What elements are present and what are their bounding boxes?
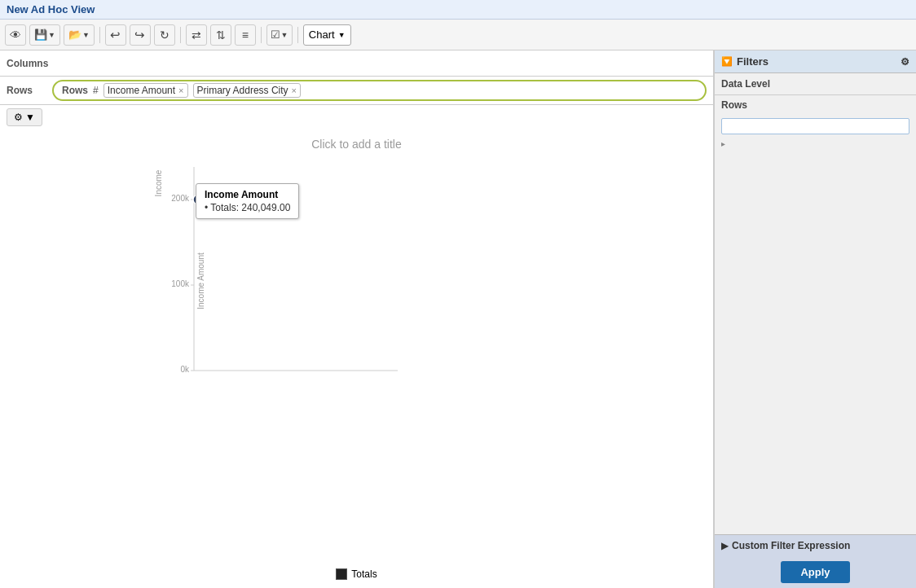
separator-2	[180, 27, 181, 43]
columns-label: Columns	[7, 58, 48, 69]
apply-btn-row: Apply	[715, 556, 916, 588]
rows-filter-label: Rows	[715, 95, 916, 115]
custom-filter-section: ▶ Custom Filter Expression Apply	[715, 534, 916, 588]
open-icon: 📂	[68, 29, 81, 41]
hash-symbol: #	[93, 85, 99, 96]
rows-oval-area: Rows # Income Amount × Primary Address C…	[52, 80, 707, 101]
rows-label-inner: Rows	[62, 85, 88, 96]
income-amount-tag-label: Income Amount	[108, 85, 175, 96]
legend-label: Totals	[351, 568, 377, 580]
filters-title: Filters	[737, 55, 768, 68]
settings-row: ⚙ ▼	[0, 105, 713, 129]
income-amount-close-icon[interactable]: ×	[178, 86, 183, 95]
legend-color-box	[336, 568, 347, 580]
redo-button[interactable]: ↪	[130, 24, 151, 46]
income-amount-tag[interactable]: Income Amount ×	[103, 83, 188, 98]
settings-dropdown-arrow: ▼	[25, 112, 35, 123]
apply-button[interactable]: Apply	[781, 561, 849, 583]
svg-text:Income Amount: Income Amount	[196, 252, 205, 309]
filter-input-area	[715, 115, 916, 138]
custom-filter-header[interactable]: ▶ Custom Filter Expression	[715, 535, 916, 556]
title-bar-label: New Ad Hoc View	[7, 3, 95, 15]
switch-button[interactable]: ⇄	[186, 24, 207, 46]
custom-filter-label: Custom Filter Expression	[732, 540, 850, 551]
tooltip-value: Totals: 240,049.00	[210, 202, 290, 213]
chart-dropdown-arrow: ▼	[338, 31, 346, 39]
undo-button[interactable]: ↩	[105, 24, 126, 46]
check-dropdown-icon: ▼	[280, 31, 288, 39]
rows-header-label: Rows	[7, 85, 47, 96]
filters-panel: 🔽 Filters ⚙ Data Level Rows ▸ ▶ Custom F…	[714, 50, 916, 588]
gear-icon: ⚙	[14, 112, 23, 123]
sort-icon: ⇅	[216, 29, 226, 42]
primary-address-city-tag-label: Primary Address City	[197, 85, 288, 96]
open-button[interactable]: 📂 ▼	[64, 24, 95, 46]
data-level-label: Data Level	[715, 73, 916, 95]
main-layout: Columns Rows Rows # Income Amount × Prim…	[0, 50, 916, 588]
title-bar: New Ad Hoc View	[0, 0, 916, 20]
chart-type-dropdown[interactable]: Chart ▼	[303, 24, 351, 46]
open-dropdown-icon: ▼	[82, 31, 90, 39]
refresh-icon: ↻	[160, 29, 170, 42]
filter-search-input[interactable]	[721, 118, 909, 134]
svg-text:Income: Income	[154, 169, 163, 196]
tooltip-row: • Totals: 240,049.00	[205, 202, 290, 213]
primary-address-city-close-icon[interactable]: ×	[292, 86, 297, 95]
chart-tooltip: Income Amount • Totals: 240,049.00	[196, 183, 299, 219]
display-icon: ≡	[242, 29, 249, 42]
svg-text:100k: 100k	[171, 279, 190, 288]
filters-options-icon[interactable]: ⚙	[901, 56, 909, 68]
refresh-button[interactable]: ↻	[154, 24, 175, 46]
filter-icon: 🔽	[721, 56, 733, 67]
tooltip-bullet: •	[205, 202, 208, 213]
sort-button[interactable]: ⇅	[210, 24, 231, 46]
undo-icon: ↩	[110, 28, 121, 42]
chart-title-placeholder[interactable]: Click to add a title	[311, 138, 402, 151]
toolbar: 👁 💾 ▼ 📂 ▼ ↩ ↪ ↻ ⇄ ⇅ ≡ ☑ ▼ Chart ▼	[0, 20, 916, 50]
tooltip-title: Income Amount	[205, 189, 290, 200]
chart-area: Click to add a title Income 200k 100k 0k	[0, 129, 713, 588]
filters-header: 🔽 Filters ⚙	[715, 50, 916, 73]
chart-type-label: Chart	[309, 29, 335, 41]
separator-4	[297, 27, 298, 43]
filter-drag-hint: ▸	[715, 138, 916, 150]
settings-button[interactable]: ⚙ ▼	[7, 108, 42, 126]
primary-address-city-tag[interactable]: Primary Address City ×	[193, 83, 301, 98]
view-button[interactable]: 👁	[5, 24, 26, 46]
save-dropdown-icon: ▼	[48, 31, 55, 39]
separator-1	[99, 27, 100, 43]
custom-filter-arrow: ▶	[721, 540, 729, 551]
save-icon: 💾	[34, 29, 47, 41]
save-button[interactable]: 💾 ▼	[29, 24, 60, 46]
check-button[interactable]: ☑ ▼	[266, 24, 293, 46]
svg-text:200k: 200k	[171, 194, 190, 203]
redo-icon: ↪	[134, 28, 145, 42]
switch-icon: ⇄	[192, 29, 201, 42]
chart-svg-container: Income 200k 100k 0k Income Amount	[8, 159, 705, 562]
left-panel: Columns Rows Rows # Income Amount × Prim…	[0, 50, 714, 588]
svg-text:0k: 0k	[180, 365, 190, 374]
display-button[interactable]: ≡	[235, 24, 256, 46]
columns-row: Columns	[0, 50, 713, 77]
check-icon: ☑	[271, 29, 280, 41]
filters-spacer	[715, 150, 916, 534]
chart-legend: Totals	[336, 568, 377, 580]
view-icon: 👁	[10, 29, 21, 42]
separator-3	[261, 27, 262, 43]
